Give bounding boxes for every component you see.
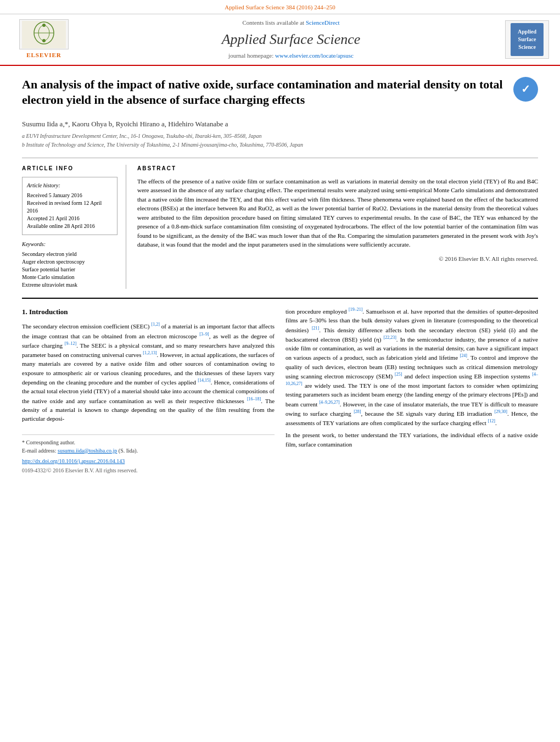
keyword-1: Secondary electron yield [22, 250, 117, 258]
footnote-email: E-mail address: susumu.iida@toshiba.co.j… [22, 447, 275, 455]
article-history: Article history: Received 5 January 2016… [22, 177, 117, 235]
journal-header: ELSEVIER Contents lists available at Sci… [0, 14, 560, 65]
history-revised: Received in revised form 12 April 2016 [27, 199, 113, 215]
journal-name: Applied Surface Science [77, 30, 505, 49]
body-columns: 1. Introduction The secondary electron e… [22, 306, 538, 475]
section1-heading: 1. Introduction [22, 306, 275, 317]
homepage-link[interactable]: www.elsevier.com/locate/apsusc [275, 52, 354, 59]
history-online: Available online 28 April 2016 [27, 222, 113, 230]
keyword-4: Monte Carlo simulation [22, 274, 117, 281]
svg-point-4 [42, 24, 46, 27]
elsevier-text: ELSEVIER [26, 51, 61, 59]
section1-col2-p1: tion procedure employed [19–21]. Samuels… [285, 306, 538, 427]
article-info: ARTICLE INFO Article history: Received 5… [22, 165, 126, 289]
abstract-text: The effects of the presence of a native … [137, 177, 538, 249]
contents-line: Contents lists available at ScienceDirec… [77, 19, 505, 27]
keyword-5: Extreme ultraviolet mask [22, 281, 117, 289]
article-info-title: ARTICLE INFO [22, 165, 117, 172]
keywords-section: Keywords: Secondary electron yield Auger… [22, 241, 117, 289]
copyright: © 2016 Elsevier B.V. All rights reserved… [137, 255, 538, 263]
authors: Susumu Iida a,*, Kaoru Ohya b, Ryoichi H… [22, 119, 538, 129]
history-received: Received 5 January 2016 [27, 192, 113, 199]
homepage-line: journal homepage: www.elsevier.com/locat… [77, 52, 505, 60]
affiliation-a: a EUVI Infrastructure Development Center… [22, 132, 538, 140]
svg-point-5 [42, 39, 46, 42]
article-title-section: An analysis of the impact of native oxid… [22, 77, 538, 113]
body-col-left: 1. Introduction The secondary electron e… [22, 306, 275, 475]
body-divider [22, 298, 538, 299]
license-text: 0169-4332/© 2016 Elsevier B.V. All right… [22, 466, 275, 475]
history-accepted: Accepted 21 April 2016 [27, 215, 113, 222]
journal-citation: Applied Surface Science 384 (2016) 244–2… [0, 0, 560, 14]
abstract-section: ABSTRACT The effects of the presence of … [137, 165, 538, 289]
crossmark-icon[interactable]: ✓ [513, 77, 538, 102]
info-abstract-section: ARTICLE INFO Article history: Received 5… [22, 158, 538, 289]
section1-col2-p2: In the present work, to better understan… [285, 431, 538, 449]
body-col-right: tion procedure employed [19–21]. Samuels… [285, 306, 538, 475]
doi-link[interactable]: http://dx.doi.org/10.1016/j.apsusc.2016.… [22, 457, 275, 465]
journal-center: Contents lists available at ScienceDirec… [77, 19, 505, 60]
journal-logo-right: Applied Surface Science [505, 20, 549, 59]
section1-col1-p1: The secondary electron emission coeffici… [22, 321, 275, 423]
footnote-corresponding: * Corresponding author. [22, 438, 275, 447]
affiliation-b: b Institute of Technology and Science, T… [22, 141, 538, 149]
footnote-area: * Corresponding author. E-mail address: … [22, 434, 275, 475]
keyword-3: Surface potential barrier [22, 266, 117, 274]
abstract-title: ABSTRACT [137, 165, 538, 172]
sciencedirect-link[interactable]: ScienceDirect [306, 19, 340, 26]
email-link[interactable]: susumu.iida@toshiba.co.jp [58, 448, 117, 454]
elsevier-image [19, 19, 69, 49]
keywords-label: Keywords: [22, 241, 117, 248]
affiliations: a EUVI Infrastructure Development Center… [22, 132, 538, 149]
elsevier-logo: ELSEVIER [11, 19, 77, 59]
article-title: An analysis of the impact of native oxid… [22, 77, 505, 108]
history-label: Article history: [27, 182, 113, 189]
keyword-2: Auger electron spectroscopy [22, 258, 117, 266]
main-content: An analysis of the impact of native oxid… [0, 66, 560, 486]
